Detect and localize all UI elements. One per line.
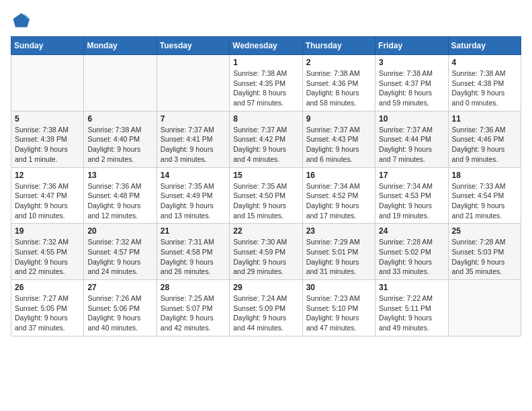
calendar-cell: 15Sunrise: 7:35 AMSunset: 4:50 PMDayligh… (230, 167, 302, 224)
day-number: 24 (379, 226, 444, 236)
day-info: Sunrise: 7:23 AMSunset: 5:10 PMDaylight:… (306, 293, 371, 333)
day-number: 2 (306, 58, 371, 67)
day-info: Sunrise: 7:29 AMSunset: 5:01 PMDaylight:… (306, 237, 371, 277)
day-info: Sunrise: 7:38 AMSunset: 4:37 PMDaylight:… (379, 68, 444, 108)
day-info: Sunrise: 7:37 AMSunset: 4:41 PMDaylight:… (161, 125, 226, 165)
day-info: Sunrise: 7:32 AMSunset: 4:57 PMDaylight:… (87, 237, 152, 277)
calendar-cell: 21Sunrise: 7:31 AMSunset: 4:58 PMDayligh… (157, 224, 229, 280)
day-info: Sunrise: 7:27 AMSunset: 5:05 PMDaylight:… (15, 293, 80, 333)
calendar-cell: 18Sunrise: 7:33 AMSunset: 4:54 PMDayligh… (448, 167, 521, 224)
day-number: 29 (233, 283, 298, 292)
logo (11, 11, 32, 30)
day-number: 21 (161, 226, 226, 236)
weekday-header-cell: Saturday (448, 37, 521, 55)
day-number: 19 (15, 226, 80, 236)
weekday-header-cell: Friday (375, 37, 448, 55)
calendar-cell: 28Sunrise: 7:25 AMSunset: 5:07 PMDayligh… (157, 280, 229, 336)
day-number: 31 (379, 283, 444, 292)
calendar-cell: 27Sunrise: 7:26 AMSunset: 5:06 PMDayligh… (84, 280, 157, 336)
day-info: Sunrise: 7:36 AMSunset: 4:47 PMDaylight:… (15, 181, 80, 221)
svg-marker-0 (13, 13, 30, 28)
day-number: 26 (15, 283, 80, 292)
calendar-cell: 26Sunrise: 7:27 AMSunset: 5:05 PMDayligh… (11, 280, 84, 336)
day-info: Sunrise: 7:34 AMSunset: 4:52 PMDaylight:… (306, 181, 371, 221)
day-number: 20 (87, 226, 152, 236)
day-number: 1 (233, 58, 298, 67)
day-info: Sunrise: 7:25 AMSunset: 5:07 PMDaylight:… (161, 293, 226, 333)
calendar-cell: 5Sunrise: 7:38 AMSunset: 4:39 PMDaylight… (11, 111, 84, 167)
day-info: Sunrise: 7:37 AMSunset: 4:44 PMDaylight:… (379, 125, 444, 165)
calendar-cell: 7Sunrise: 7:37 AMSunset: 4:41 PMDaylight… (157, 111, 229, 167)
day-number: 14 (161, 171, 226, 180)
day-info: Sunrise: 7:32 AMSunset: 4:55 PMDaylight:… (15, 237, 80, 277)
day-info: Sunrise: 7:28 AMSunset: 5:03 PMDaylight:… (452, 237, 517, 277)
calendar-cell (448, 280, 521, 336)
calendar-cell: 10Sunrise: 7:37 AMSunset: 4:44 PMDayligh… (375, 111, 448, 167)
calendar-cell: 16Sunrise: 7:34 AMSunset: 4:52 PMDayligh… (302, 167, 375, 224)
calendar-cell: 11Sunrise: 7:36 AMSunset: 4:46 PMDayligh… (448, 111, 521, 167)
day-number: 23 (306, 226, 371, 236)
day-number: 5 (15, 114, 80, 124)
calendar-week-row: 19Sunrise: 7:32 AMSunset: 4:55 PMDayligh… (11, 224, 521, 280)
calendar-cell: 20Sunrise: 7:32 AMSunset: 4:57 PMDayligh… (84, 224, 157, 280)
day-number: 18 (452, 171, 517, 180)
calendar-cell: 13Sunrise: 7:36 AMSunset: 4:48 PMDayligh… (84, 167, 157, 224)
day-number: 8 (233, 114, 298, 124)
calendar-cell: 1Sunrise: 7:38 AMSunset: 4:35 PMDaylight… (230, 55, 302, 111)
day-info: Sunrise: 7:36 AMSunset: 4:48 PMDaylight:… (87, 181, 152, 221)
calendar-cell: 17Sunrise: 7:34 AMSunset: 4:53 PMDayligh… (375, 167, 448, 224)
day-info: Sunrise: 7:38 AMSunset: 4:36 PMDaylight:… (306, 68, 371, 108)
day-number: 6 (87, 114, 152, 124)
calendar-cell: 22Sunrise: 7:30 AMSunset: 4:59 PMDayligh… (230, 224, 302, 280)
day-info: Sunrise: 7:26 AMSunset: 5:06 PMDaylight:… (87, 293, 152, 333)
day-number: 25 (452, 226, 517, 236)
calendar-cell: 31Sunrise: 7:22 AMSunset: 5:11 PMDayligh… (375, 280, 448, 336)
day-info: Sunrise: 7:28 AMSunset: 5:02 PMDaylight:… (379, 237, 444, 277)
day-number: 15 (233, 171, 298, 180)
logo-icon (11, 11, 30, 30)
calendar-table: SundayMondayTuesdayWednesdayThursdayFrid… (11, 36, 521, 336)
calendar-cell: 14Sunrise: 7:35 AMSunset: 4:49 PMDayligh… (157, 167, 229, 224)
calendar-week-row: 5Sunrise: 7:38 AMSunset: 4:39 PMDaylight… (11, 111, 521, 167)
day-number: 16 (306, 171, 371, 180)
day-number: 11 (452, 114, 517, 124)
weekday-header-cell: Sunday (11, 37, 84, 55)
day-number: 17 (379, 171, 444, 180)
day-number: 27 (87, 283, 152, 292)
calendar-cell (84, 55, 157, 111)
calendar-cell (157, 55, 229, 111)
day-info: Sunrise: 7:38 AMSunset: 4:35 PMDaylight:… (233, 68, 298, 108)
calendar-cell: 3Sunrise: 7:38 AMSunset: 4:37 PMDaylight… (375, 55, 448, 111)
day-number: 7 (161, 114, 226, 124)
calendar-cell: 29Sunrise: 7:24 AMSunset: 5:09 PMDayligh… (230, 280, 302, 336)
day-number: 22 (233, 226, 298, 236)
day-info: Sunrise: 7:22 AMSunset: 5:11 PMDaylight:… (379, 293, 444, 333)
day-info: Sunrise: 7:35 AMSunset: 4:49 PMDaylight:… (161, 181, 226, 221)
weekday-header-cell: Thursday (302, 37, 375, 55)
calendar-cell: 25Sunrise: 7:28 AMSunset: 5:03 PMDayligh… (448, 224, 521, 280)
calendar-cell: 4Sunrise: 7:38 AMSunset: 4:38 PMDaylight… (448, 55, 521, 111)
day-info: Sunrise: 7:36 AMSunset: 4:46 PMDaylight:… (452, 125, 517, 165)
day-info: Sunrise: 7:38 AMSunset: 4:38 PMDaylight:… (452, 68, 517, 108)
weekday-header-cell: Monday (84, 37, 157, 55)
calendar-cell: 19Sunrise: 7:32 AMSunset: 4:55 PMDayligh… (11, 224, 84, 280)
calendar-cell (11, 55, 84, 111)
day-info: Sunrise: 7:38 AMSunset: 4:40 PMDaylight:… (87, 125, 152, 165)
day-number: 12 (15, 171, 80, 180)
weekday-header-cell: Tuesday (157, 37, 229, 55)
calendar-cell: 30Sunrise: 7:23 AMSunset: 5:10 PMDayligh… (302, 280, 375, 336)
day-info: Sunrise: 7:37 AMSunset: 4:42 PMDaylight:… (233, 125, 298, 165)
day-number: 10 (379, 114, 444, 124)
day-info: Sunrise: 7:24 AMSunset: 5:09 PMDaylight:… (233, 293, 298, 333)
weekday-header-row: SundayMondayTuesdayWednesdayThursdayFrid… (11, 37, 521, 55)
day-info: Sunrise: 7:33 AMSunset: 4:54 PMDaylight:… (452, 181, 517, 221)
day-number: 4 (452, 58, 517, 67)
day-number: 28 (161, 283, 226, 292)
calendar-week-row: 26Sunrise: 7:27 AMSunset: 5:05 PMDayligh… (11, 280, 521, 336)
day-number: 13 (87, 171, 152, 180)
day-number: 9 (306, 114, 371, 124)
day-info: Sunrise: 7:35 AMSunset: 4:50 PMDaylight:… (233, 181, 298, 221)
calendar-cell: 12Sunrise: 7:36 AMSunset: 4:47 PMDayligh… (11, 167, 84, 224)
day-info: Sunrise: 7:31 AMSunset: 4:58 PMDaylight:… (161, 237, 226, 277)
day-info: Sunrise: 7:37 AMSunset: 4:43 PMDaylight:… (306, 125, 371, 165)
